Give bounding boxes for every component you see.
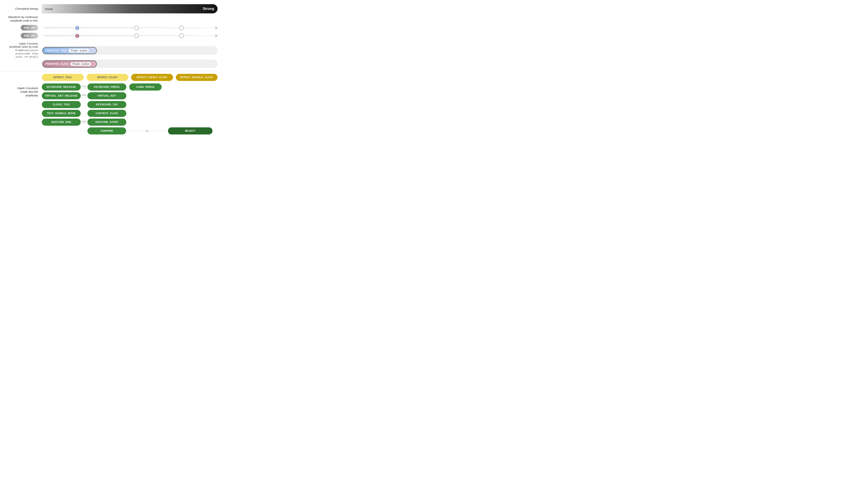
- energy-bar-content: Weak Strong: [42, 4, 218, 13]
- hal-h0-row: HAL_H0 S Composed double cli: [0, 25, 218, 31]
- text-handle-move-col: TEXT_HANDLE_MOVE: [42, 110, 81, 117]
- clock-tick-button[interactable]: CLOCK_TICK: [42, 101, 81, 108]
- haptic-constants-section: Haptic Constants(static discreteamplitud…: [0, 74, 218, 136]
- primitive-click-scale: float scale: [70, 62, 91, 66]
- hal-h0-track: S Composed double click: [43, 25, 218, 31]
- primitives-label: Haptic Constants(amplitude varies by sca…: [0, 42, 42, 59]
- primitive-tick-name: PRIMITIVE_TICK: [45, 49, 67, 52]
- waveform-section: Waveform by continuousamplitude scale in…: [0, 15, 218, 23]
- gesture-start-col: GESTURE_START: [87, 119, 126, 126]
- hal-h0-far-circle[interactable]: [179, 26, 184, 30]
- row-clock: CLOCK_TICK KEYBOARD_TAP: [42, 101, 218, 108]
- pair-confirm-label: Pair: [144, 130, 151, 132]
- pair-confirm-line: [129, 131, 144, 131]
- weak-label: Weak: [45, 7, 53, 11]
- hal-h1-row: HAL_H1 S: [0, 33, 218, 39]
- haptic-constants-content: EFFECT_TICK EFFECT_CLICK EFFECT_HEAVY_CL…: [42, 74, 218, 136]
- hal-h0-mid-circle[interactable]: [134, 26, 139, 30]
- primitive-tick-content: PRIMITIVE_TICK float scale: [42, 46, 218, 54]
- virtual-key-button[interactable]: VIRTUAL_KEY: [87, 92, 126, 99]
- primitive-tick-track: PRIMITIVE_TICK float scale: [42, 46, 218, 54]
- row-virtual-key: VIRTUAL_KEY_RELEASE Pair VIRTUAL_KEY: [42, 92, 218, 99]
- primitive-click-row: PRIMITIVE_CLICK float scale: [0, 60, 218, 68]
- pair-gesture-connector: Pair: [81, 120, 87, 124]
- virtual-key-release-col: VIRTUAL_KEY_RELEASE: [42, 92, 81, 99]
- hal-h0-pill: HAL_H0: [21, 25, 38, 31]
- keyboard-press-button[interactable]: KEYBOARD_PRESS: [87, 84, 126, 91]
- hal-h0-arrow: [215, 26, 218, 29]
- long-press-button[interactable]: LONG_PRESS: [129, 84, 162, 91]
- keyboard-tap-button[interactable]: KEYBOARD_TAP: [87, 101, 126, 108]
- haptic-constants-label: Haptic Constants(static discreteamplitud…: [0, 74, 42, 136]
- energy-bar: Weak Strong: [42, 4, 218, 13]
- hal-h1-far-circle[interactable]: [179, 33, 184, 38]
- virtual-key-release-button[interactable]: VIRTUAL_KEY_RELEASE: [42, 92, 81, 99]
- hal-h1-track: S: [43, 33, 218, 39]
- page: Conceptual energy Weak Strong Waveform b…: [0, 0, 218, 140]
- virtual-key-col: VIRTUAL_KEY: [87, 92, 126, 99]
- pair-virtual-connector: Pair: [81, 94, 87, 97]
- gesture-start-button[interactable]: GESTURE_START: [87, 119, 126, 126]
- row-keyboard: KEYBOARD_RELEASE Pair KEYBOARD_PRESS LON…: [42, 84, 218, 91]
- keyboard-release-col: KEYBOARD_RELEASE: [42, 84, 81, 91]
- reject-button[interactable]: REJECT: [168, 127, 213, 134]
- primitive-tick-scale: float scale: [68, 49, 89, 53]
- waveform-label: Waveform by continuousamplitude scale in…: [0, 15, 42, 23]
- conceptual-energy-label: Conceptual energy: [0, 7, 42, 11]
- row-gesture: GESTURE_END Pair GESTURE_START: [42, 119, 218, 126]
- primitive-click-track: PRIMITIVE_CLICK float scale: [42, 60, 218, 68]
- pair-keyboard-label: Pair: [82, 85, 86, 88]
- pair-keyboard-connector: Pair: [81, 85, 87, 89]
- hal-h1-line: [43, 36, 218, 36]
- confirm-button[interactable]: CONFIRM: [87, 127, 126, 134]
- keyboard-release-button[interactable]: KEYBOARD_RELEASE: [42, 84, 81, 91]
- effect-click-button[interactable]: EFFECT_CLICK: [87, 74, 128, 81]
- effect-double-click-button[interactable]: EFFECT_DOUBLE_CLICK: [176, 74, 218, 81]
- hal-h1-arrow: [215, 34, 218, 37]
- strong-label: Strong: [203, 7, 214, 11]
- effect-tick-button[interactable]: EFFECT_TICK: [42, 74, 84, 81]
- long-press-col: LONG_PRESS: [126, 84, 165, 91]
- pair-gesture-line: [81, 124, 87, 124]
- keyboard-press-col: KEYBOARD_PRESS: [87, 84, 126, 91]
- hal-h1-label-col: HAL_H1: [0, 33, 42, 38]
- context-click-button[interactable]: CONTEXT_CLICK: [87, 110, 126, 117]
- hal-h0-line: [43, 28, 218, 28]
- primitive-tick-pill: PRIMITIVE_TICK float scale: [42, 47, 97, 54]
- pair-virtual-label: Pair: [82, 94, 86, 96]
- primitive-tick-row: Haptic Constants(amplitude varies by sca…: [0, 42, 218, 59]
- effect-heavy-click-button[interactable]: EFFECT_HEAVY_CLICK: [131, 74, 173, 81]
- pair-confirm-area: Pair: [126, 130, 165, 132]
- row-confirm: CONFIRM Pair REJECT: [42, 127, 218, 134]
- effects-top-row: EFFECT_TICK EFFECT_CLICK EFFECT_HEAVY_CL…: [42, 74, 218, 81]
- hal-h0-label-col: HAL_H0: [0, 25, 42, 31]
- primitive-click-content: PRIMITIVE_CLICK float scale: [42, 60, 218, 68]
- divider: [0, 71, 218, 71]
- energy-section: Conceptual energy Weak Strong: [0, 4, 218, 13]
- clock-tick-col: CLOCK_TICK: [42, 101, 81, 108]
- gesture-end-col: GESTURE_END: [42, 119, 81, 126]
- primitive-click-name: PRIMITIVE_CLICK: [45, 63, 69, 65]
- pair-confirm-line2: [150, 131, 165, 131]
- hal-h0-start-dot[interactable]: S: [75, 26, 80, 30]
- hal-h1-start-dot[interactable]: S: [75, 33, 80, 38]
- hal-h1-mid-circle[interactable]: [134, 33, 139, 38]
- confirm-col: CONFIRM: [87, 127, 126, 134]
- row-text-handle: TEXT_HANDLE_MOVE CONTEXT_CLICK: [42, 110, 218, 117]
- primitive-click-pill: PRIMITIVE_CLICK float scale: [42, 60, 97, 68]
- pair-gesture-label: Pair: [82, 120, 86, 123]
- context-click-col: CONTEXT_CLICK: [87, 110, 126, 117]
- keyboard-tap-col: KEYBOARD_TAP: [87, 101, 126, 108]
- gesture-end-button[interactable]: GESTURE_END: [42, 119, 81, 126]
- text-handle-move-button[interactable]: TEXT_HANDLE_MOVE: [42, 110, 81, 117]
- reject-col: REJECT: [165, 127, 218, 134]
- hal-h1-pill: HAL_H1: [21, 33, 38, 38]
